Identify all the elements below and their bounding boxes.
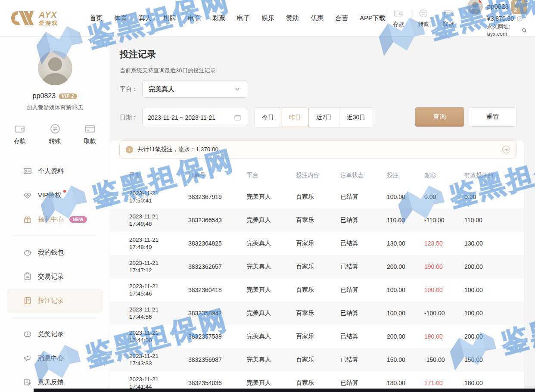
platform-label: 平台：: [120, 85, 142, 93]
sidebar-item-消息中心[interactable]: 消息中心: [0, 346, 110, 370]
cell-payout: 190.00: [424, 333, 464, 340]
date-range-value: 2023-11-21 ~ 2023-11-21: [148, 114, 215, 121]
transfer-icon: [49, 123, 61, 135]
calendar-icon: [233, 113, 242, 121]
table-body: 2023-11-2117:50:413832367919完美真人百家乐已结算10…: [110, 185, 524, 392]
nav-item[interactable]: 合营: [335, 14, 348, 22]
nav-item[interactable]: 体育: [114, 14, 127, 22]
nav-item[interactable]: APP下载: [360, 14, 386, 22]
user-box[interactable]: pp0823 VIP 2 ¥3,870.30 永久网址: ayx.com: [467, 0, 527, 38]
avatar[interactable]: [467, 0, 483, 14]
nav-item[interactable]: 首页: [90, 14, 103, 22]
cell-bet: 100.00: [387, 193, 424, 200]
nav-item[interactable]: 真人: [139, 14, 152, 22]
nav-item[interactable]: 电竞: [188, 14, 201, 22]
cell-content: 百家乐: [296, 263, 340, 271]
cell-status: 已结算: [340, 333, 387, 340]
reset-button[interactable]: 重置: [469, 107, 516, 127]
withdraw-icon: [443, 8, 454, 19]
sidebar-item-label: 兑奖记录: [38, 330, 64, 338]
id-card-icon: [23, 166, 32, 176]
megaphone-icon: [23, 353, 32, 363]
nav-item[interactable]: 娱乐: [261, 14, 274, 22]
range-button-近30日[interactable]: 近30日: [339, 108, 373, 127]
brand-logo[interactable]: AYX 爱游戏: [9, 9, 73, 28]
range-button-近7日[interactable]: 近7日: [309, 108, 339, 127]
nav-item[interactable]: 优惠: [311, 14, 323, 22]
sidebar-item-兑奖记录[interactable]: 兑奖记录: [0, 322, 110, 346]
quick-action-label: 存款: [14, 137, 26, 145]
cell-platform: 完美真人: [247, 379, 296, 387]
quick-action-取款[interactable]: 取款: [84, 123, 96, 145]
cell-content: 百家乐: [296, 333, 340, 340]
withdraw-icon: [84, 123, 96, 135]
nav-item[interactable]: 赞助: [286, 14, 299, 22]
balance-refresh-icon[interactable]: [516, 16, 523, 22]
cell-date: 2023-11-2117:50:41: [129, 190, 188, 204]
cell-platform: 完美真人: [247, 356, 296, 364]
avatar[interactable]: [38, 51, 72, 85]
range-button-今日[interactable]: 今日: [255, 108, 282, 127]
cell-platform: 完美真人: [247, 286, 296, 294]
cell-content: 百家乐: [296, 356, 340, 364]
quick-action-存款[interactable]: 存款: [14, 123, 26, 145]
nav-item[interactable]: 棋牌: [163, 14, 176, 22]
chevron-down-icon: [234, 86, 241, 93]
cell-valid-bet: 110.00: [464, 217, 513, 224]
column-header: 平台: [247, 171, 296, 179]
cell-payout: 123.50: [424, 240, 464, 247]
cell-order: 3832358942: [188, 310, 247, 317]
cell-content: 百家乐: [296, 286, 340, 294]
sidebar-item-交易记录[interactable]: 交易记录: [0, 264, 110, 289]
quick-action-转账[interactable]: 转账: [49, 123, 61, 145]
vip-icon: [23, 190, 32, 200]
cell-platform: 完美真人: [247, 240, 296, 247]
cell-valid-bet: 100.00: [464, 310, 513, 317]
range-button-昨日[interactable]: 昨日: [282, 108, 309, 127]
sidebar-profile: pp0823 VIP 2 加入爱游戏体育第93天: [0, 37, 110, 112]
table-row: 2023-11-2117:49:483832366543完美真人百家乐已结算11…: [110, 208, 524, 232]
cell-content: 百家乐: [296, 309, 340, 317]
balance: ¥3,870.30: [487, 15, 514, 22]
cell-bet: 150.00: [387, 356, 424, 363]
table-row: 2023-11-2117:47:123832362657完美真人百家乐已结算20…: [110, 255, 524, 278]
sidebar-item-label: VIP特权: [38, 191, 61, 199]
cell-status: 已结算: [340, 263, 387, 271]
quick-action-label: 取款: [84, 137, 96, 145]
cell-status: 已结算: [340, 193, 387, 201]
query-button[interactable]: 查询: [415, 107, 464, 127]
sidebar-item-label: 交易记录: [38, 273, 64, 281]
sidebar-item-我的钱包[interactable]: 我的钱包: [0, 240, 110, 264]
quick-action-转账[interactable]: 转账: [412, 8, 435, 28]
topbar-right: 存款转账取款 pp0823 VIP 2 ¥3,870.30 永久网址: ayx.…: [386, 0, 527, 38]
sidebar-item-VIP特权[interactable]: VIP特权: [0, 183, 110, 207]
cell-payout: 100.00: [424, 286, 464, 293]
date-range-input[interactable]: 2023-11-21 ~ 2023-11-21: [142, 108, 247, 127]
sidebar-item-label: 意见反馈: [38, 378, 64, 386]
cell-status: 已结算: [340, 216, 387, 224]
nav-item[interactable]: 彩票: [212, 14, 225, 22]
wallet-icon: [14, 123, 26, 135]
quick-action-存款[interactable]: 存款: [387, 8, 411, 28]
cell-status: 已结算: [340, 240, 387, 247]
cell-status: 已结算: [340, 286, 387, 294]
feedback-icon: [23, 377, 32, 387]
cell-order: 3832357539: [188, 333, 247, 340]
cell-content: 百家乐: [296, 240, 340, 247]
table-row: 2023-11-2117:50:413832367919完美真人百家乐已结算10…: [110, 185, 524, 208]
cell-platform: 完美真人: [247, 193, 296, 201]
cell-bet: 110.00: [387, 217, 424, 224]
sidebar-item-个人资料[interactable]: 个人资料: [0, 159, 110, 183]
sidebar-item-福利中心[interactable]: 福利中心NEW: [0, 207, 110, 231]
column-header: 注单状态: [340, 171, 387, 179]
cell-payout: -110.00: [424, 217, 464, 224]
page-title: 投注记录: [110, 48, 524, 60]
platform-select[interactable]: 完美真人: [142, 81, 247, 98]
nav-item[interactable]: 电子: [237, 14, 250, 22]
expand-plus-icon[interactable]: +: [502, 146, 510, 153]
quick-action-取款[interactable]: 取款: [437, 8, 460, 28]
username: pp0823: [33, 92, 56, 100]
cell-date: 2023-11-2117:47:12: [129, 259, 188, 274]
search-icon[interactable]: [522, 27, 527, 34]
sidebar-item-投注记录[interactable]: 投注记录: [7, 289, 103, 313]
